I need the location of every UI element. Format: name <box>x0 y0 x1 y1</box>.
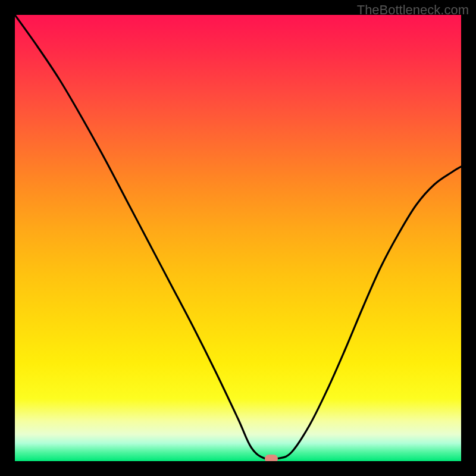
optimal-marker <box>265 455 278 462</box>
watermark-text: TheBottleneck.com <box>357 2 469 18</box>
bottleneck-curve <box>15 15 461 459</box>
plot-area <box>15 15 461 461</box>
curve-svg <box>15 15 461 461</box>
